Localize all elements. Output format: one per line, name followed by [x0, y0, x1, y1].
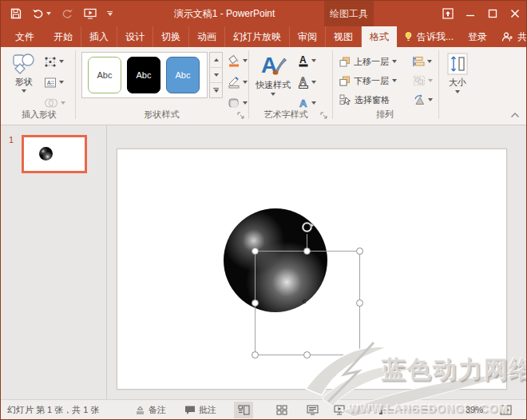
- tab-insert[interactable]: 插入: [81, 26, 117, 47]
- gallery-scroll-down-button[interactable]: [210, 68, 222, 83]
- text-box-caret: [59, 81, 64, 84]
- normal-view-button[interactable]: [234, 402, 253, 418]
- tell-me-label: 告诉我...: [417, 26, 454, 47]
- comments-label: 批注: [199, 404, 216, 416]
- tab-format-active[interactable]: 格式: [362, 26, 397, 47]
- group-divider: [248, 50, 249, 119]
- send-backward-caret: [392, 79, 397, 82]
- slide-sorter-view-button[interactable]: [272, 402, 291, 418]
- selection-pane-icon: [339, 94, 351, 105]
- rotate-objects-button[interactable]: [413, 92, 433, 108]
- resize-handle-top-left[interactable]: [252, 248, 259, 255]
- send-backward-icon: [339, 76, 351, 86]
- text-outline-button[interactable]: A: [298, 74, 316, 90]
- tab-transitions[interactable]: 切换: [153, 26, 189, 47]
- edit-shape-button[interactable]: [44, 53, 64, 69]
- rotation-handle[interactable]: [300, 220, 315, 234]
- selection-pane-button[interactable]: 选择窗格: [339, 92, 390, 108]
- shape-fill-button[interactable]: [228, 53, 248, 69]
- ribbon-display-options-button[interactable]: [437, 1, 459, 26]
- minimize-icon: [466, 9, 475, 18]
- text-outline-caret: [311, 81, 316, 84]
- redo-button[interactable]: [60, 5, 75, 22]
- shape-fill-caret: [243, 59, 248, 62]
- gallery-more-button[interactable]: [210, 83, 222, 97]
- resize-handle-bottom-right[interactable]: [356, 351, 363, 359]
- close-icon: [510, 9, 520, 18]
- tab-animations[interactable]: 动画: [189, 26, 225, 47]
- tab-file[interactable]: 文件: [7, 26, 42, 47]
- shape-style-option-3[interactable]: Abc: [166, 57, 200, 93]
- rotate-caret: [428, 98, 433, 101]
- zoom-out-button[interactable]: [355, 400, 363, 420]
- slideshow-view-button[interactable]: [330, 402, 349, 418]
- window-controls: [437, 1, 526, 26]
- slide-thumbnail[interactable]: [22, 135, 87, 173]
- tab-home[interactable]: 开始: [46, 26, 81, 47]
- resize-handle-bottom-left[interactable]: [252, 351, 259, 359]
- comments-button[interactable]: 批注: [184, 400, 216, 420]
- qat-customize-caret: [108, 13, 113, 16]
- text-box-button[interactable]: A: [44, 74, 64, 90]
- shape-style-option-2[interactable]: Abc: [127, 57, 160, 93]
- tab-view[interactable]: 视图: [326, 26, 362, 47]
- shape-style-option-1[interactable]: Abc: [88, 57, 121, 93]
- zoom-slider-track[interactable]: [367, 410, 437, 410]
- undo-button[interactable]: [30, 5, 53, 22]
- start-slideshow-button[interactable]: [82, 5, 98, 22]
- tell-me-button[interactable]: 告诉我...: [397, 26, 461, 47]
- text-fill-button[interactable]: A: [298, 53, 316, 69]
- reading-view-button[interactable]: [303, 402, 322, 418]
- tab-review[interactable]: 审阅: [290, 26, 326, 47]
- fit-slide-to-window-button[interactable]: [496, 402, 515, 418]
- resize-handle-top-right[interactable]: [356, 248, 363, 255]
- group-objects-button[interactable]: [413, 73, 433, 89]
- share-person-icon: [501, 31, 513, 42]
- lightbulb-icon: [404, 31, 413, 42]
- minimize-button[interactable]: [459, 1, 481, 26]
- shape-outline-caret: [243, 81, 248, 84]
- notes-label: 备注: [149, 404, 166, 416]
- text-outline-icon: A: [298, 76, 309, 89]
- quick-styles-button[interactable]: A 快速样式: [253, 52, 293, 96]
- share-label: 共享: [517, 26, 527, 47]
- bring-forward-button[interactable]: 上移一层: [339, 53, 397, 69]
- shapes-icon: [13, 53, 35, 74]
- tab-design[interactable]: 设计: [117, 26, 153, 47]
- undo-dropdown-caret[interactable]: [46, 12, 51, 15]
- edit-shape-caret: [59, 60, 64, 63]
- notes-button[interactable]: 备注: [135, 400, 166, 420]
- zoom-slider-thumb[interactable]: [379, 406, 382, 414]
- resize-handle-bottom-center[interactable]: [303, 351, 311, 359]
- resize-handle-top-center[interactable]: [303, 248, 311, 255]
- sign-in-button[interactable]: 登录: [461, 26, 494, 47]
- gallery-scroll-controls: [209, 52, 223, 98]
- slide-canvas[interactable]: c: [117, 149, 507, 390]
- maximize-button[interactable]: [481, 1, 504, 26]
- quick-styles-label: 快速样式: [256, 79, 291, 91]
- close-button[interactable]: [504, 1, 526, 26]
- gallery-scroll-up-button[interactable]: [210, 53, 222, 68]
- tab-slideshow[interactable]: 幻灯片放映: [225, 26, 290, 47]
- gallery-more-bar: [213, 88, 219, 89]
- shape-outline-button[interactable]: [228, 74, 248, 90]
- zoom-level[interactable]: 39%: [466, 400, 483, 420]
- resize-handle-middle-right[interactable]: [356, 299, 363, 307]
- ribbon: 形状 A 插入形状 Abc Abc Abc: [1, 47, 526, 125]
- wordart-styles-dialog-launcher[interactable]: [320, 112, 328, 120]
- bring-forward-caret: [392, 60, 397, 63]
- text-effects-icon: A: [298, 97, 309, 109]
- send-backward-button[interactable]: 下移一层: [339, 73, 397, 89]
- quick-access-toolbar: [9, 1, 114, 26]
- save-button[interactable]: [9, 5, 23, 22]
- resize-handle-middle-left[interactable]: [252, 299, 259, 307]
- customize-qat-button[interactable]: [105, 5, 114, 22]
- shapes-button[interactable]: 形状: [7, 53, 41, 93]
- collapse-ribbon-button[interactable]: [510, 112, 520, 118]
- edit-shape-icon: [44, 56, 57, 68]
- workspace: 1 c: [1, 125, 527, 399]
- size-button[interactable]: 大小: [442, 53, 474, 93]
- shape-styles-dialog-launcher[interactable]: [237, 112, 245, 120]
- align-objects-button[interactable]: [413, 53, 432, 69]
- share-button[interactable]: 共享: [494, 26, 527, 47]
